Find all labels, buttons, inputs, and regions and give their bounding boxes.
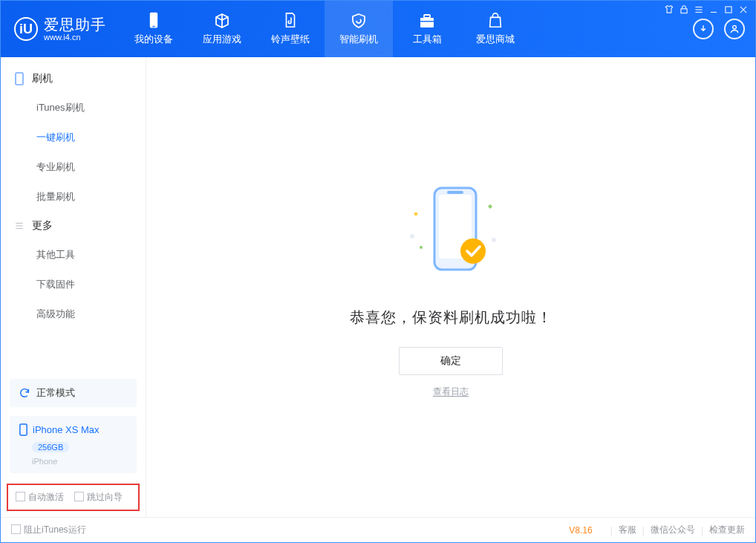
list-icon bbox=[14, 221, 25, 231]
svg-rect-12 bbox=[420, 21, 434, 22]
user-button[interactable] bbox=[724, 19, 745, 39]
device-name: iPhone XS Max bbox=[33, 424, 100, 435]
version-label: V8.16 bbox=[569, 525, 592, 536]
options-highlight-box: 自动激活 跳过向导 bbox=[7, 484, 140, 511]
svg-rect-10 bbox=[420, 18, 434, 27]
nav-label: 智能刷机 bbox=[339, 33, 378, 46]
checkbox-auto-activate[interactable]: 自动激活 bbox=[16, 491, 64, 504]
svg-rect-0 bbox=[681, 9, 687, 13]
cube-icon bbox=[213, 12, 231, 30]
view-log-link[interactable]: 查看日志 bbox=[433, 386, 469, 398]
device-capacity: 256GB bbox=[32, 442, 69, 452]
checkbox-skip-wizard[interactable]: 跳过向导 bbox=[74, 491, 123, 504]
svg-rect-5 bbox=[726, 7, 731, 13]
menu-icon[interactable] bbox=[694, 4, 704, 15]
nav-store[interactable]: 爱思商城 bbox=[461, 1, 529, 57]
sidebar-item-itunes-flash[interactable]: iTunes刷机 bbox=[1, 93, 146, 123]
sidebar-item-download-firmware[interactable]: 下载固件 bbox=[1, 270, 146, 299]
sidebar: 刷机 iTunes刷机 一键刷机 专业刷机 批量刷机 更多 其他工具 下载固件 … bbox=[1, 57, 146, 517]
nav-my-device[interactable]: 我的设备 bbox=[120, 1, 188, 57]
close-icon[interactable] bbox=[738, 4, 749, 15]
sidebar-item-advanced[interactable]: 高级功能 bbox=[1, 299, 146, 329]
sidebar-item-pro-flash[interactable]: 专业刷机 bbox=[1, 152, 146, 182]
device-panel[interactable]: iPhone XS Max 256GB iPhone bbox=[10, 416, 137, 473]
svg-rect-8 bbox=[150, 13, 157, 28]
svg-rect-9 bbox=[152, 26, 154, 27]
status-bar: 阻止iTunes运行 V8.16 | 客服 | 微信公众号 | 检查更新 bbox=[1, 517, 755, 542]
music-file-icon bbox=[281, 12, 299, 30]
sidebar-group-more: 更多 bbox=[1, 212, 146, 240]
nav-ringtone-wallpaper[interactable]: 铃声壁纸 bbox=[256, 1, 325, 57]
toolbox-icon bbox=[418, 12, 436, 30]
nav-label: 铃声壁纸 bbox=[271, 33, 310, 46]
device-icon bbox=[14, 72, 25, 85]
bag-icon bbox=[486, 12, 504, 30]
phone-icon bbox=[145, 12, 163, 30]
lock-icon[interactable] bbox=[679, 4, 689, 15]
nav-label: 我的设备 bbox=[134, 33, 173, 46]
svg-point-21 bbox=[410, 234, 414, 238]
footer-link-update[interactable]: 检查更新 bbox=[709, 524, 745, 536]
mode-label: 正常模式 bbox=[36, 386, 75, 400]
svg-point-25 bbox=[460, 238, 486, 264]
sidebar-group-flash: 刷机 bbox=[1, 65, 146, 93]
footer-link-support[interactable]: 客服 bbox=[619, 524, 636, 536]
nav-smart-flash[interactable]: 智能刷机 bbox=[325, 1, 393, 57]
svg-rect-14 bbox=[16, 73, 23, 85]
refresh-icon bbox=[19, 387, 30, 399]
tshirt-icon[interactable] bbox=[664, 4, 674, 15]
logo-badge-icon: iU bbox=[14, 17, 38, 41]
sidebar-item-other-tools[interactable]: 其他工具 bbox=[1, 240, 146, 270]
svg-rect-11 bbox=[424, 15, 430, 18]
sidebar-group-title: 更多 bbox=[32, 219, 53, 233]
svg-point-13 bbox=[733, 25, 737, 29]
nav-label: 应用游戏 bbox=[203, 33, 241, 46]
main-content: 恭喜您，保资料刷机成功啦！ 确定 查看日志 bbox=[146, 57, 755, 517]
window-controls bbox=[664, 4, 749, 15]
app-logo: iU 爱思助手 www.i4.cn bbox=[1, 1, 120, 57]
svg-point-20 bbox=[492, 238, 496, 242]
checkbox-block-itunes[interactable]: 阻止iTunes运行 bbox=[11, 524, 86, 536]
nav-label: 爱思商城 bbox=[476, 33, 515, 46]
shield-refresh-icon bbox=[350, 12, 368, 30]
ok-button[interactable]: 确定 bbox=[399, 347, 503, 375]
success-illustration bbox=[384, 177, 518, 288]
nav-toolbox[interactable]: 工具箱 bbox=[393, 1, 461, 57]
svg-rect-24 bbox=[447, 191, 463, 194]
top-nav: 我的设备 应用游戏 铃声壁纸 智能刷机 工具箱 爱思商城 bbox=[120, 1, 529, 57]
app-name: 爱思助手 bbox=[44, 16, 106, 33]
success-message: 恭喜您，保资料刷机成功啦！ bbox=[350, 308, 553, 328]
minimize-icon[interactable] bbox=[708, 4, 719, 15]
app-header: iU 爱思助手 www.i4.cn 我的设备 应用游戏 铃声壁纸 智能刷机 工具… bbox=[1, 1, 755, 57]
app-url: www.i4.cn bbox=[44, 33, 106, 42]
device-type: iPhone bbox=[32, 457, 57, 466]
sidebar-group-title: 刷机 bbox=[32, 72, 53, 85]
phone-outline-icon bbox=[19, 423, 28, 436]
app-body: 刷机 iTunes刷机 一键刷机 专业刷机 批量刷机 更多 其他工具 下载固件 … bbox=[1, 57, 755, 517]
svg-point-19 bbox=[420, 246, 423, 249]
svg-rect-18 bbox=[20, 424, 27, 435]
download-button[interactable] bbox=[693, 19, 714, 39]
sidebar-item-batch-flash[interactable]: 批量刷机 bbox=[1, 182, 146, 212]
footer-link-wechat[interactable]: 微信公众号 bbox=[651, 524, 695, 536]
maximize-icon[interactable] bbox=[723, 4, 734, 15]
mode-panel[interactable]: 正常模式 bbox=[10, 379, 137, 407]
nav-apps-games[interactable]: 应用游戏 bbox=[188, 1, 256, 57]
sidebar-item-oneclick-flash[interactable]: 一键刷机 bbox=[1, 123, 146, 152]
nav-label: 工具箱 bbox=[413, 33, 442, 46]
